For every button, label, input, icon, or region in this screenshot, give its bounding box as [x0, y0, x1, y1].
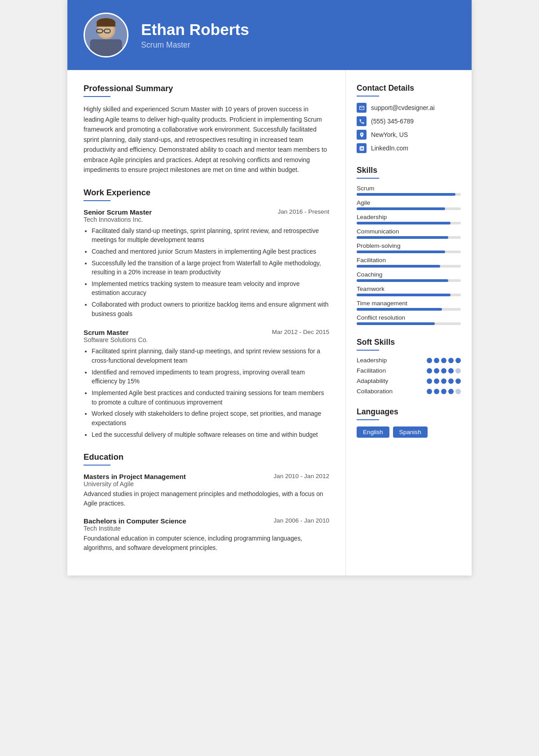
job-bullet: Led the successful delivery of multiple …: [92, 431, 329, 440]
dot: [434, 368, 439, 374]
skill-item: Coaching: [357, 271, 461, 282]
contact-container: support@cvdesigner.ai (555) 345-6789 New…: [357, 103, 461, 153]
summary-title: Professional Summary: [84, 84, 329, 93]
contact-title: Contact Details: [357, 84, 461, 93]
dot: [427, 378, 432, 384]
skill-name: Leadership: [357, 214, 461, 220]
contact-section: Contact Details support@cvdesigner.ai (5…: [357, 84, 461, 153]
dot: [448, 358, 454, 363]
skill-item: Problem-solving: [357, 242, 461, 253]
edu-dates: Jan 2006 - Jan 2010: [274, 517, 329, 524]
lang-container: EnglishSpanish: [357, 426, 461, 438]
linkedin-icon: [357, 143, 367, 153]
soft-skill-name: Adaptability: [357, 378, 388, 384]
edu-container: Masters in Project Management Jan 2010 -…: [84, 473, 329, 553]
skill-item: Scrum: [357, 185, 461, 196]
phone-icon: [357, 116, 367, 126]
dot: [448, 378, 454, 384]
job-dates: Jan 2016 - Present: [278, 208, 329, 215]
skill-bar-fill: [357, 193, 455, 196]
contact-value: LinkedIn.com: [371, 145, 408, 152]
job-bullet: Successfully led the transition of a lar…: [92, 259, 329, 277]
skill-bar-fill: [357, 308, 442, 311]
skill-item: Communication: [357, 228, 461, 239]
soft-skills-line: [357, 350, 379, 351]
dots: [427, 378, 461, 384]
soft-skill-name: Collaboration: [357, 388, 393, 395]
job-bullet: Implemented metrics tracking system to m…: [92, 280, 329, 298]
skill-name: Conflict resolution: [357, 314, 461, 321]
header-name: Ethan Roberts: [141, 21, 249, 39]
job-item: Scrum Master Mar 2012 - Dec 2015 Softwar…: [84, 329, 329, 440]
skill-bar-bg: [357, 236, 461, 239]
job-bullet: Coached and mentored junior Scrum Master…: [92, 247, 329, 257]
soft-skill-item: Facilitation: [357, 367, 461, 374]
contact-item: NewYork, US: [357, 130, 461, 140]
edu-item: Bachelors in Computer Science Jan 2006 -…: [84, 517, 329, 553]
job-bullet: Worked closely with stakeholders to defi…: [92, 409, 329, 428]
job-bullet: Collaborated with product owners to prio…: [92, 300, 329, 319]
dot: [434, 389, 439, 394]
dots: [427, 368, 461, 374]
work-title: Work Experience: [84, 188, 329, 198]
skill-item: Leadership: [357, 214, 461, 224]
skill-bar-bg: [357, 222, 461, 224]
dot: [448, 389, 454, 394]
skill-bar-fill: [357, 294, 451, 296]
skill-bar-fill: [357, 279, 448, 282]
dot: [455, 368, 461, 374]
skill-bar-fill: [357, 222, 451, 224]
job-header: Scrum Master Mar 2012 - Dec 2015: [84, 329, 329, 336]
summary-line: [84, 96, 110, 97]
work-line: [84, 200, 110, 201]
soft-skills-title: Soft Skills: [357, 338, 461, 347]
dot: [441, 389, 446, 394]
location-icon: [357, 130, 367, 140]
contact-value: (555) 345-6789: [371, 118, 414, 125]
skill-item: Time management: [357, 300, 461, 311]
sidebar: Contact Details support@cvdesigner.ai (5…: [346, 70, 472, 576]
skill-name: Communication: [357, 228, 461, 235]
edu-desc: Advanced studies in project management p…: [84, 490, 329, 508]
work-section: Work Experience Senior Scrum Master Jan …: [84, 188, 329, 440]
header-title: Scrum Master: [141, 40, 249, 50]
job-header: Senior Scrum Master Jan 2016 - Present: [84, 208, 329, 216]
dot: [441, 368, 446, 374]
soft-skill-name: Facilitation: [357, 367, 386, 374]
job-bullet: Facilitated sprint planning, daily stand…: [92, 347, 329, 365]
email-icon: [357, 103, 367, 113]
skill-bar-bg: [357, 322, 461, 325]
skill-name: Time management: [357, 300, 461, 307]
skill-bar-bg: [357, 193, 461, 196]
avatar: [84, 13, 128, 57]
header-info: Ethan Roberts Scrum Master: [141, 21, 249, 50]
job-item: Senior Scrum Master Jan 2016 - Present T…: [84, 208, 329, 319]
edu-degree: Masters in Project Management: [84, 473, 186, 480]
edu-degree: Bachelors in Computer Science: [84, 517, 186, 525]
contact-value: support@cvdesigner.ai: [371, 104, 435, 111]
skills-title: Skills: [357, 166, 461, 175]
languages-section: Languages EnglishSpanish: [357, 407, 461, 438]
contact-line: [357, 96, 379, 97]
dot: [455, 358, 461, 363]
resume-container: Ethan Roberts Scrum Master Professional …: [67, 0, 472, 576]
header: Ethan Roberts Scrum Master: [67, 0, 472, 70]
skill-item: Agile: [357, 199, 461, 210]
edu-school: University of Agile: [84, 480, 329, 488]
skill-item: Teamwork: [357, 286, 461, 296]
contact-item: LinkedIn.com: [357, 143, 461, 153]
languages-title: Languages: [357, 407, 461, 417]
skills-line: [357, 178, 379, 179]
job-bullet: Identified and removed impediments to te…: [92, 368, 329, 387]
svg-rect-2: [90, 39, 122, 56]
skill-bar-fill: [357, 322, 435, 325]
skill-bar-bg: [357, 308, 461, 311]
dot: [455, 389, 461, 394]
soft-skill-item: Leadership: [357, 357, 461, 364]
skill-bar-bg: [357, 294, 461, 296]
summary-section: Professional Summary Highly skilled and …: [84, 84, 329, 175]
skill-bar-bg: [357, 265, 461, 268]
edu-school: Tech Institute: [84, 525, 329, 532]
skill-name: Problem-solving: [357, 242, 461, 249]
skill-bar-fill: [357, 207, 445, 210]
